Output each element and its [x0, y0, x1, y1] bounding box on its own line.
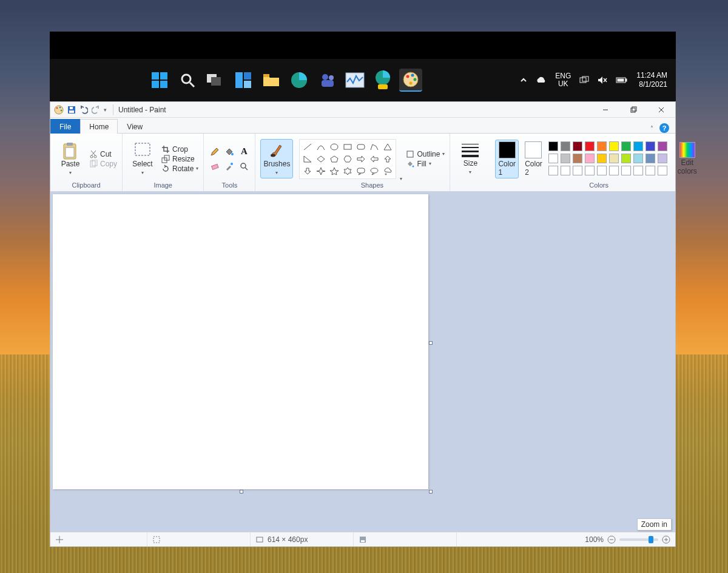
minimize-button[interactable]	[592, 102, 619, 118]
shape-arrow-left[interactable]	[368, 154, 380, 164]
palette-swatch[interactable]	[597, 166, 607, 175]
palette-swatch[interactable]	[573, 154, 582, 163]
clock[interactable]: 11:24 AM 8/1/2021	[636, 71, 667, 89]
zoom-in-button[interactable]	[662, 535, 670, 544]
palette-swatch[interactable]	[621, 141, 631, 151]
shape-oval[interactable]	[328, 141, 340, 152]
close-button[interactable]	[647, 102, 675, 118]
palette-swatch[interactable]	[548, 166, 558, 175]
canvas[interactable]	[53, 194, 428, 489]
teams-icon[interactable]	[315, 69, 339, 92]
select-button[interactable]: Select ▾	[127, 140, 158, 177]
resize-handle-corner[interactable]	[429, 490, 433, 493]
shape-line[interactable]	[302, 141, 314, 152]
cut-button[interactable]: Cut	[89, 150, 117, 158]
battery-icon[interactable]	[616, 76, 628, 84]
search-icon[interactable]	[176, 69, 199, 92]
maximize-button[interactable]	[619, 102, 647, 118]
palette-swatch[interactable]	[561, 154, 570, 163]
help-icon[interactable]: ?	[659, 123, 669, 133]
palette-swatch[interactable]	[573, 141, 582, 151]
edge-icon[interactable]	[288, 69, 311, 92]
shape-pentagon[interactable]	[328, 154, 340, 164]
qat-undo-icon[interactable]	[79, 106, 88, 114]
crop-button[interactable]: Crop	[161, 145, 198, 154]
zoom-out-button[interactable]	[607, 535, 616, 544]
palette-swatch[interactable]	[597, 154, 607, 163]
palette-swatch[interactable]	[658, 154, 667, 163]
widgets-icon[interactable]	[232, 69, 255, 92]
zoom-slider-thumb[interactable]	[649, 536, 653, 543]
qat-redo-icon[interactable]	[92, 106, 100, 114]
palette-swatch[interactable]	[633, 154, 643, 163]
tab-view[interactable]: View	[118, 119, 152, 134]
tool-eraser[interactable]	[209, 160, 221, 172]
qat-save-icon[interactable]	[67, 106, 76, 114]
collapse-ribbon-icon[interactable]: ˄	[650, 125, 653, 132]
qat-customize-icon[interactable]: ▾	[104, 107, 107, 113]
shape-polygon[interactable]	[368, 141, 380, 152]
shape-callout-rounded[interactable]	[355, 166, 367, 177]
color2-button[interactable]: Color2	[522, 140, 545, 178]
shape-callout-cloud[interactable]	[382, 166, 394, 177]
shape-arrow-up[interactable]	[382, 154, 394, 164]
start-button[interactable]	[148, 69, 171, 92]
palette-swatch[interactable]	[621, 166, 631, 175]
tool-text[interactable]: A	[238, 146, 250, 158]
shapes-more-icon[interactable]: ▾	[400, 176, 402, 181]
tool-magnifier[interactable]	[238, 160, 250, 172]
system-monitor-icon[interactable]	[343, 69, 366, 92]
palette-swatch[interactable]	[621, 154, 631, 163]
shape-diamond[interactable]	[315, 154, 327, 164]
palette-swatch[interactable]	[658, 141, 667, 151]
shape-rounded-rectangle[interactable]	[355, 141, 367, 152]
palette-swatch[interactable]	[645, 154, 655, 163]
shape-curve[interactable]	[315, 141, 327, 152]
onedrive-icon[interactable]	[536, 76, 547, 84]
shape-callout-oval[interactable]	[368, 166, 380, 177]
shape-rectangle[interactable]	[342, 141, 354, 152]
tab-home[interactable]: Home	[80, 119, 118, 134]
resize-handle-bottom[interactable]	[240, 490, 243, 493]
paste-button[interactable]: Paste ▾	[55, 140, 86, 177]
shape-outline-button[interactable]: Outline ▾	[406, 150, 445, 158]
volume-mute-icon[interactable]	[598, 76, 607, 84]
edit-colors-button[interactable]: Editcolors	[672, 140, 703, 177]
paint-icon[interactable]	[399, 69, 422, 92]
palette-swatch[interactable]	[561, 141, 570, 151]
shape-fill-button[interactable]: Fill ▾	[406, 160, 445, 168]
palette-swatch[interactable]	[597, 141, 607, 151]
color1-button[interactable]: Color1	[495, 140, 519, 178]
shape-hexagon[interactable]	[342, 154, 354, 164]
palette-swatch[interactable]	[573, 166, 582, 175]
shape-arrow-right[interactable]	[355, 154, 367, 164]
palette-swatch[interactable]	[548, 154, 558, 163]
tool-color-picker[interactable]	[223, 160, 235, 172]
palette-swatch[interactable]	[633, 166, 643, 175]
palette-swatch[interactable]	[548, 141, 558, 151]
language-indicator[interactable]: ENG UK	[555, 72, 571, 88]
rotate-button[interactable]: Rotate ▾	[161, 164, 198, 173]
shape-arrow-down[interactable]	[302, 166, 314, 177]
palette-swatch[interactable]	[585, 141, 595, 151]
size-button[interactable]: Size ▾	[455, 140, 485, 177]
palette-swatch[interactable]	[609, 141, 619, 151]
shape-star5[interactable]	[328, 166, 340, 177]
edge-canary-icon[interactable]	[371, 69, 394, 92]
tool-pencil[interactable]	[209, 146, 221, 158]
palette-swatch[interactable]	[609, 166, 619, 175]
file-explorer-icon[interactable]	[260, 69, 283, 92]
task-view-icon[interactable]	[204, 69, 227, 92]
brushes-button[interactable]: Brushes ▾	[260, 139, 293, 178]
tray-chevron-icon[interactable]	[520, 76, 527, 84]
palette-swatch[interactable]	[633, 141, 643, 151]
palette-swatch[interactable]	[645, 166, 655, 175]
tool-fill[interactable]	[223, 146, 235, 158]
shape-right-triangle[interactable]	[302, 154, 314, 164]
palette-swatch[interactable]	[609, 154, 619, 163]
palette-swatch[interactable]	[585, 166, 595, 175]
shape-star4[interactable]	[315, 166, 327, 177]
palette-swatch[interactable]	[645, 141, 655, 151]
resize-handle-right[interactable]	[429, 341, 433, 345]
zoom-slider[interactable]	[619, 538, 658, 541]
